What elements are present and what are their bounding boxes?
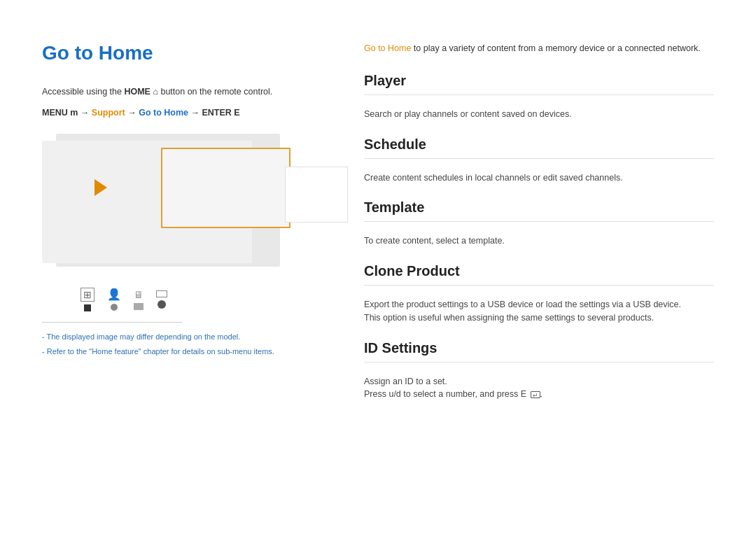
clone-product-text2: This option is useful when assigning the… xyxy=(364,311,714,325)
intro-text: Go to Home to play a variety of content … xyxy=(364,42,714,55)
tv-mockup xyxy=(42,134,294,274)
id-settings-title: ID Settings xyxy=(364,340,714,356)
tv-screen-main xyxy=(161,148,290,228)
id-settings-text2: Press u/d to select a number, and press … xyxy=(364,388,714,401)
tv-screen-inner xyxy=(285,167,348,223)
clone-product-title: Clone Product xyxy=(364,263,714,279)
support-link: Support xyxy=(92,108,125,118)
intro-goto-link: Go to Home xyxy=(364,43,411,53)
template-text: To create content, select a template. xyxy=(364,234,714,248)
section-schedule: Schedule Create content schedules in loc… xyxy=(364,136,714,185)
icon-item-3: 🖥 xyxy=(134,289,144,310)
arrow2: → ENTER E xyxy=(188,108,240,118)
template-title: Template xyxy=(364,199,714,216)
icon-item-2: 👤 xyxy=(107,288,121,311)
icon-gray-square xyxy=(134,303,144,310)
note-1: - The displayed image may differ dependi… xyxy=(42,331,322,343)
section-clone-product: Clone Product Export the product setting… xyxy=(364,263,714,325)
player-title: Player xyxy=(364,73,714,89)
goto-home-link: Go to Home xyxy=(139,108,188,118)
player-text: Search or play channels or content saved… xyxy=(364,108,714,121)
section-template: Template To create content, select a tem… xyxy=(364,199,714,248)
page-title: Go to Home xyxy=(42,42,322,64)
page-container: Go to Home Accessible using the HOME ⌂ b… xyxy=(0,0,756,444)
icon-item-4 xyxy=(156,290,167,309)
arrow1: → xyxy=(125,108,139,118)
id-settings-text1: Assign an ID to a set. xyxy=(364,375,714,388)
icon-rect xyxy=(156,290,167,297)
icon-circle-gray xyxy=(111,304,118,311)
intro-body: to play a variety of content from a memo… xyxy=(411,43,700,53)
person-icon: 👤 xyxy=(107,288,121,301)
description-text: Accessible using the HOME ⌂ button on th… xyxy=(42,85,322,99)
schedule-text: Create content schedules in local channe… xyxy=(364,171,714,185)
icon-item-1: ⊞ xyxy=(80,288,94,311)
clone-product-divider xyxy=(364,285,714,286)
left-column: Go to Home Accessible using the HOME ⌂ b… xyxy=(42,42,322,416)
right-column: Go to Home to play a variety of content … xyxy=(350,42,714,416)
note-2: - Refer to the "Home feature" chapter fo… xyxy=(42,346,322,358)
schedule-title: Schedule xyxy=(364,136,714,153)
section-id-settings: ID Settings Assign an ID to a set. Press… xyxy=(364,340,714,402)
enter-icon: ↵ xyxy=(531,391,540,398)
player-divider xyxy=(364,94,714,95)
monitor-icon: 🖥 xyxy=(134,289,144,300)
section-player: Player Search or play channels or conten… xyxy=(364,73,714,121)
icon-grid: ⊞ xyxy=(80,288,94,302)
clone-product-text1: Export the product settings to a USB dev… xyxy=(364,298,714,311)
left-divider xyxy=(42,322,182,323)
play-icon xyxy=(94,179,107,196)
icon-black-square xyxy=(84,304,91,311)
menu-path: MENU m → Support → Go to Home → ENTER E xyxy=(42,106,322,120)
icon-dark-circle xyxy=(158,300,166,309)
bottom-icons-row: ⊞ 👤 🖥 xyxy=(42,288,322,311)
schedule-divider xyxy=(364,158,714,159)
template-divider xyxy=(364,221,714,222)
menu-prefix: MENU m → xyxy=(42,108,92,118)
id-settings-divider xyxy=(364,362,714,363)
